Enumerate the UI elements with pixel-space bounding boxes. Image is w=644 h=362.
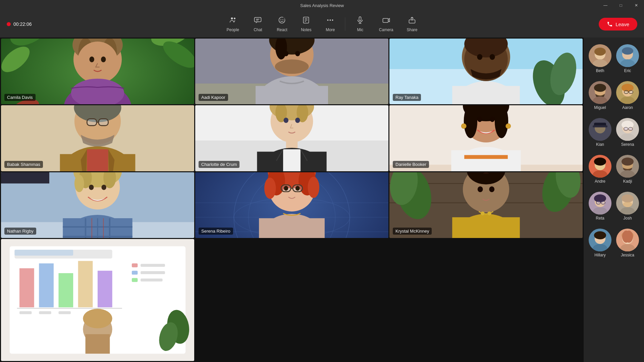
svg-point-7 [283, 19, 283, 20]
close-button[interactable]: ✕ [629, 0, 644, 11]
react-button[interactable]: + React [271, 13, 293, 35]
sidebar-item-jessica[interactable]: Jessica [615, 226, 640, 260]
svg-point-159 [489, 186, 494, 192]
svg-point-99 [506, 124, 511, 128]
svg-point-15 [330, 19, 331, 21]
mic-button[interactable]: Mic [350, 13, 371, 35]
leave-phone-icon [607, 21, 613, 27]
avatar-aaron [616, 81, 639, 104]
avatar-andre [589, 155, 611, 178]
window-controls: — □ ✕ [598, 0, 644, 11]
miguel-avatar-img [589, 81, 611, 104]
share-label: Share [407, 27, 418, 32]
sidebar-item-beth[interactable]: Beth [587, 42, 613, 76]
svg-point-94 [464, 105, 477, 138]
camera-label: Camera [379, 27, 393, 32]
svg-rect-216 [629, 127, 633, 130]
sidebar-row-4: Reta Josh [584, 188, 644, 225]
svg-point-110 [74, 175, 84, 192]
label-nathan: Nathan Rigby [4, 228, 36, 235]
name-reta: Reta [596, 216, 604, 221]
avatar-hillary [589, 229, 611, 251]
svg-point-158 [478, 186, 483, 192]
svg-point-38 [101, 57, 106, 62]
mic-icon [356, 16, 364, 26]
name-aaron: Aaron [622, 105, 633, 110]
sidebar-item-aaron[interactable]: Aaron [615, 78, 640, 113]
svg-point-219 [594, 158, 606, 166]
name-hillary: Hillary [594, 253, 605, 257]
svg-point-96 [477, 117, 482, 122]
sidebar-item-miguel[interactable]: Miguel [587, 78, 613, 113]
svg-rect-102 [464, 155, 508, 159]
svg-point-134 [308, 177, 320, 198]
video-cell-krystal[interactable]: Krystal McKinney [389, 172, 583, 238]
share-screen-svg [1, 239, 194, 361]
svg-rect-101 [451, 150, 521, 171]
more-icon [326, 16, 334, 26]
svg-rect-187 [86, 334, 110, 354]
sidebar-item-serena[interactable]: Serena [615, 115, 640, 149]
minimize-button[interactable]: — [598, 0, 613, 11]
video-cell-aadi[interactable]: Aadi Kapoor [195, 39, 388, 104]
camera-icon [382, 16, 390, 26]
sidebar-item-eric[interactable]: Eric [615, 42, 640, 76]
toolbar-center: People Chat [221, 13, 423, 35]
svg-text:+: + [284, 17, 285, 19]
svg-rect-69 [99, 119, 108, 126]
mic-label: Mic [357, 27, 363, 32]
andre-avatar-img [589, 155, 611, 178]
share-button[interactable]: Share [401, 13, 423, 35]
sidebar-item-hillary[interactable]: Hillary [587, 226, 613, 260]
avatar-kadji [616, 155, 639, 178]
name-kian: Kian [596, 142, 604, 147]
svg-point-49 [295, 51, 300, 56]
label-charlotte: Charlotte de Crum [199, 161, 239, 168]
notes-label: Notes [301, 27, 311, 32]
window-title: Sales Analysis Review [300, 3, 344, 8]
svg-point-98 [462, 124, 466, 128]
sidebar-item-kadji[interactable]: Kadji [615, 152, 640, 186]
kadji-avatar-img [616, 155, 639, 178]
name-eric: Eric [624, 68, 631, 73]
svg-rect-205 [629, 90, 633, 94]
svg-point-112 [102, 185, 106, 190]
chat-button[interactable]: Chat [247, 13, 269, 35]
sidebar-item-andre[interactable]: Andre [587, 152, 613, 186]
share-icon [408, 16, 416, 26]
title-bar: Sales Analysis Review — □ ✕ [0, 0, 644, 11]
camera-button[interactable]: Camera [374, 13, 399, 35]
avatar-reta [589, 192, 611, 215]
svg-rect-161 [452, 217, 520, 238]
people-button[interactable]: People [221, 13, 244, 35]
serena-avatar-img [616, 118, 639, 141]
svg-rect-178 [132, 278, 138, 282]
video-cell-share[interactable] [1, 239, 194, 361]
name-jessica: Jessica [621, 253, 634, 257]
sidebar-item-josh[interactable]: Josh [615, 189, 640, 223]
more-button[interactable]: More [320, 13, 341, 35]
people-label: People [226, 27, 239, 32]
avatar-jessica [616, 229, 639, 251]
svg-rect-171 [98, 271, 112, 307]
more-label: More [326, 27, 335, 32]
svg-point-82 [284, 118, 288, 123]
svg-point-238 [594, 231, 606, 239]
notes-button[interactable]: Notes [296, 13, 317, 35]
svg-rect-173 [19, 311, 32, 314]
sidebar-item-reta[interactable]: Reta [587, 189, 613, 223]
video-cell-serena-r[interactable]: Serena Ribeiro [195, 172, 388, 238]
leave-button[interactable]: Leave [599, 18, 637, 31]
sidebar-item-kian[interactable]: Kian [587, 115, 613, 149]
video-cell-nathan[interactable]: Nathan Rigby [1, 172, 194, 238]
video-cell-danielle[interactable]: Danielle Booker [389, 105, 583, 171]
video-cell-babak[interactable]: Babak Shammas [1, 105, 194, 171]
name-serena: Serena [621, 142, 634, 147]
video-cell-ray[interactable]: Ray Tanaka [389, 39, 583, 104]
reta-avatar-img [589, 192, 611, 215]
kian-avatar-img [589, 118, 611, 141]
maximize-button[interactable]: □ [613, 0, 629, 11]
video-cell-camila[interactable]: Camila Davis [1, 39, 194, 104]
video-cell-charlotte[interactable]: Charlotte de Crum [195, 105, 388, 171]
svg-point-36 [77, 42, 118, 82]
